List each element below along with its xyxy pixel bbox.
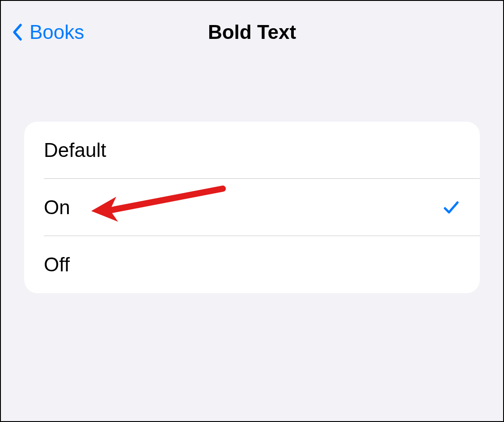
content-area: Default On Off (1, 63, 503, 293)
option-off[interactable]: Off (24, 236, 480, 293)
option-label: On (44, 196, 70, 219)
checkmark-icon (442, 198, 460, 216)
option-label: Default (44, 139, 106, 161)
option-label: Off (44, 253, 70, 276)
navigation-bar: Books Bold Text (1, 1, 503, 63)
option-default[interactable]: Default (24, 122, 480, 179)
option-on[interactable]: On (24, 179, 480, 236)
back-button[interactable]: Books (12, 21, 84, 43)
back-button-label: Books (30, 21, 84, 43)
options-list: Default On Off (24, 122, 480, 293)
chevron-left-icon (12, 23, 22, 41)
